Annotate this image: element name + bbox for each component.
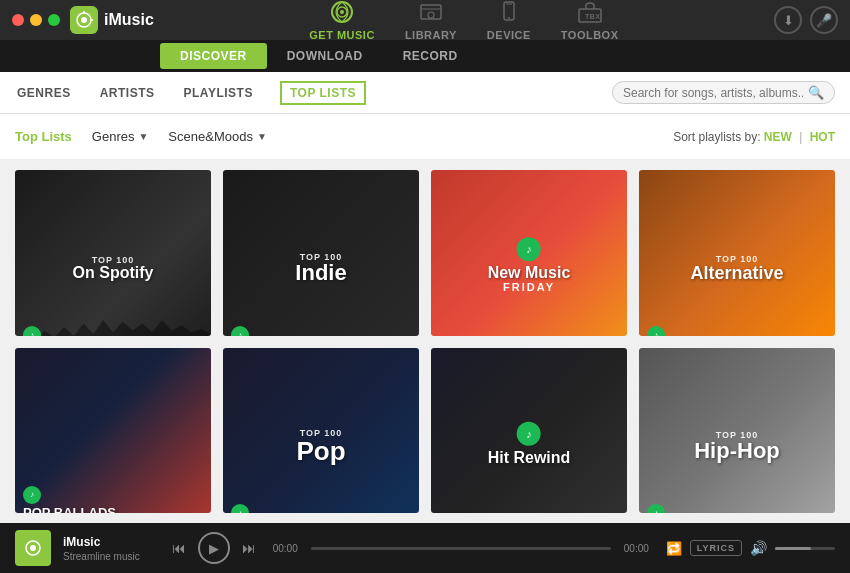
alt-main-text: Alternative xyxy=(690,264,783,282)
search-icon: 🔍 xyxy=(808,85,824,100)
tab-genres[interactable]: GENRES xyxy=(15,82,73,104)
genres-dropdown[interactable]: Genres ▼ xyxy=(92,129,149,144)
device-label: DEVICE xyxy=(487,29,531,41)
player-controls: ⏮ ▶ ⏭ xyxy=(172,532,256,564)
library-label: LIBRARY xyxy=(405,29,457,41)
scene-moods-label: Scene&Moods xyxy=(168,129,253,144)
hiphop-top-text: TOP 100 xyxy=(694,430,780,440)
sort-hot-link[interactable]: HOT xyxy=(810,130,835,144)
playlist-item-newmusic[interactable]: ♪ New Music FRIDAY 50 tracks View Detail… xyxy=(431,170,627,336)
playlist-item-hiphop[interactable]: TOP 100 Hip-Hop ♪ Top 100 Hip Hop ⬇ xyxy=(639,348,835,514)
repeat-icon[interactable]: 🔁 xyxy=(666,541,682,556)
tab-playlists[interactable]: PLAYLISTS xyxy=(182,82,255,104)
playlist-item-alternative[interactable]: TOP 100 Alternative ♪ 100 tracks View De… xyxy=(639,170,835,336)
spotify-main-text: On Spotify xyxy=(73,265,154,281)
scene-moods-arrow-icon: ▼ xyxy=(257,131,267,142)
subnav-download[interactable]: DOWNLOAD xyxy=(267,43,383,69)
svg-point-6 xyxy=(428,12,434,18)
nav-tab-toolbox[interactable]: TBX TOOLBOX xyxy=(561,0,619,41)
svg-text:TBX: TBX xyxy=(585,13,601,20)
volume-fill xyxy=(775,547,811,550)
sort-section: Sort playlists by: NEW | HOT xyxy=(673,130,835,144)
nav-tabs: GET MUSIC LIBRARY DEVICE xyxy=(154,0,774,41)
get-music-label: GET MUSIC xyxy=(309,29,375,41)
player-bar: iMusic Streamline music ⏮ ▶ ⏭ 00:00 00:0… xyxy=(0,523,850,573)
nav-tab-get-music[interactable]: GET MUSIC xyxy=(309,0,375,41)
tab-artists[interactable]: ARTISTS xyxy=(98,82,157,104)
pop-main-text: Pop xyxy=(296,438,345,464)
alt-top-text: TOP 100 xyxy=(690,254,783,264)
playlist-item-ballads[interactable]: ♪ POP BALLADS Pop Ballads ⬇ xyxy=(15,348,211,514)
indie-top-text: TOP 100 xyxy=(295,252,346,262)
search-input[interactable] xyxy=(623,86,803,100)
player-subtitle: Streamline music xyxy=(63,551,140,562)
get-music-icon xyxy=(326,0,358,25)
title-bar-right: ⬇ 🎤 xyxy=(774,6,838,34)
sort-separator: | xyxy=(799,130,802,144)
subnav-discover[interactable]: DISCOVER xyxy=(160,43,267,69)
svg-point-4 xyxy=(340,10,344,14)
newmusic-main-text: New Music xyxy=(488,265,571,281)
library-icon xyxy=(415,0,447,25)
volume-bar[interactable] xyxy=(775,547,835,550)
title-bar: iMusic GET MUSIC xyxy=(0,0,850,40)
window-controls xyxy=(12,14,60,26)
top-lists-filter-label: Top Lists xyxy=(15,129,72,144)
device-icon xyxy=(493,0,525,25)
toolbox-label: TOOLBOX xyxy=(561,29,619,41)
playlist-item-indie[interactable]: TOP 100 Indie ♪ 99 tracks View Details T… xyxy=(223,170,419,336)
maximize-button[interactable] xyxy=(48,14,60,26)
volume-icon: 🔊 xyxy=(750,540,767,556)
sort-label: Sort playlists by: xyxy=(673,130,760,144)
svg-point-1 xyxy=(81,17,87,23)
nav-tab-device[interactable]: DEVICE xyxy=(487,0,531,41)
app-title: iMusic xyxy=(104,11,154,29)
playlist-grid: TOP 100 On Spotify ♪ 100 tracks View Det… xyxy=(0,160,850,523)
filter-bar: Top Lists Genres ▼ Scene&Moods ▼ Sort pl… xyxy=(0,114,850,160)
nav-tab-library[interactable]: LIBRARY xyxy=(405,0,457,41)
player-thumbnail xyxy=(15,530,51,566)
player-info: iMusic Streamline music xyxy=(63,535,140,562)
time-total: 00:00 xyxy=(619,543,654,554)
player-right: 🔁 LYRICS 🔊 xyxy=(666,540,835,556)
tab-top-lists[interactable]: TOP LISTS xyxy=(280,81,366,105)
download-icon[interactable]: ⬇ xyxy=(774,6,802,34)
next-button[interactable]: ⏭ xyxy=(242,540,256,556)
playlist-item-spotify[interactable]: TOP 100 On Spotify ♪ 100 tracks View Det… xyxy=(15,170,211,336)
search-bar[interactable]: 🔍 xyxy=(612,81,835,104)
app-icon xyxy=(70,6,98,34)
indie-main-text: Indie xyxy=(295,262,346,284)
progress-section: 00:00 00:00 xyxy=(268,543,654,554)
svg-point-8 xyxy=(508,17,510,19)
hitrewind-main-text: Hit Rewind xyxy=(488,449,571,465)
minimize-button[interactable] xyxy=(30,14,42,26)
scene-moods-dropdown[interactable]: Scene&Moods ▼ xyxy=(168,129,266,144)
genres-label: Genres xyxy=(92,129,135,144)
tab-bar: GENRES ARTISTS PLAYLISTS TOP LISTS 🔍 xyxy=(0,72,850,114)
player-title: iMusic xyxy=(63,535,140,549)
sub-nav: DISCOVER DOWNLOAD RECORD xyxy=(0,40,850,72)
toolbox-icon: TBX xyxy=(574,0,606,25)
progress-bar[interactable] xyxy=(311,547,611,550)
lyrics-button[interactable]: LYRICS xyxy=(690,540,742,556)
play-button[interactable]: ▶ xyxy=(198,532,230,564)
pop-top-text: TOP 100 xyxy=(296,428,345,438)
sort-new-link[interactable]: NEW xyxy=(764,130,792,144)
svg-point-12 xyxy=(30,545,36,551)
playlist-item-pop[interactable]: TOP 100 Pop ♪ Top 100 Pop ⬇ xyxy=(223,348,419,514)
spotify-top-text: TOP 100 xyxy=(73,255,154,265)
mic-icon[interactable]: 🎤 xyxy=(810,6,838,34)
app-logo: iMusic xyxy=(70,6,154,34)
genres-arrow-icon: ▼ xyxy=(138,131,148,142)
subnav-record[interactable]: RECORD xyxy=(383,43,478,69)
time-current: 00:00 xyxy=(268,543,303,554)
ballads-main-text: POP BALLADS xyxy=(23,506,116,514)
prev-button[interactable]: ⏮ xyxy=(172,540,186,556)
newmusic-sub-text: FRIDAY xyxy=(488,281,571,293)
playlist-item-hitrewind[interactable]: ♪ Hit Rewind Hit Rewind ⬇ xyxy=(431,348,627,514)
hiphop-main-text: Hip-Hop xyxy=(694,440,780,462)
close-button[interactable] xyxy=(12,14,24,26)
